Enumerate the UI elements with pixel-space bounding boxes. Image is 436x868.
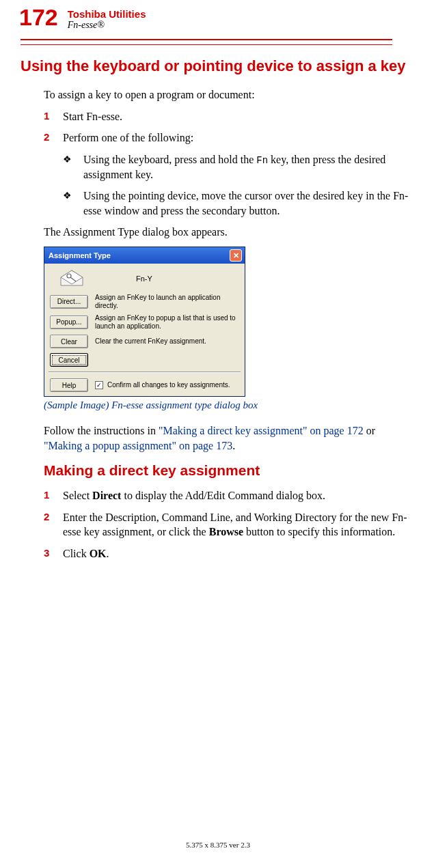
- header-subtitle: Fn-esse®: [68, 20, 146, 31]
- step-number: 2: [44, 510, 63, 540]
- popup-desc: Assign an FnKey to popup a list that is …: [95, 314, 241, 330]
- popup-button[interactable]: Popup...: [50, 316, 88, 329]
- header-rule-thin: [21, 44, 392, 45]
- follow-text: Follow the instructions in "Making a dir…: [44, 423, 409, 453]
- step-number: 1: [44, 488, 63, 503]
- step-1: 1 Start Fn-esse.: [44, 109, 409, 124]
- direct-button[interactable]: Direct...: [50, 295, 88, 309]
- key-icon: [55, 268, 88, 290]
- header-rule-thick: [21, 39, 392, 40]
- step-b2: 2 Enter the Description, Command Line, a…: [44, 510, 409, 540]
- step-number: 3: [44, 546, 63, 561]
- step-b3: 3 Click OK.: [44, 546, 409, 561]
- link-direct-assignment[interactable]: "Making a direct key assignment" on page…: [159, 425, 364, 436]
- dialog-divider: [49, 372, 241, 373]
- dialog-title: Assignment Type: [49, 251, 111, 260]
- clear-desc: Clear the current FnKey assignment.: [95, 337, 206, 346]
- link-popup-assignment[interactable]: "Making a popup assignment" on page 173: [44, 440, 232, 451]
- fn-key-label: Fn-Y: [136, 275, 152, 283]
- step-text: Select Direct to display the Add/Edit Co…: [63, 488, 325, 503]
- subsection-title: Making a direct key assignment: [44, 462, 409, 479]
- help-button[interactable]: Help: [50, 378, 88, 392]
- clear-button[interactable]: Clear: [50, 335, 88, 348]
- page-header: 172 Toshiba Utilities Fn-esse®: [0, 0, 436, 31]
- assignment-type-dialog: Assignment Type ✕ Fn-Y: [44, 247, 245, 397]
- bullet-text: Using the keyboard, press and hold the F…: [83, 152, 409, 182]
- intro-text: To assign a key to open a program or doc…: [44, 87, 409, 102]
- close-icon[interactable]: ✕: [230, 249, 242, 262]
- section-title: Using the keyboard or pointing device to…: [21, 57, 409, 75]
- footer-text: 5.375 x 8.375 ver 2.3: [0, 841, 436, 849]
- page-number: 172: [0, 5, 68, 29]
- bullet-2: ❖ Using the pointing device, move the cu…: [63, 188, 409, 218]
- header-title: Toshiba Utilities: [68, 8, 146, 20]
- step-2: 2 Perform one of the following:: [44, 130, 409, 145]
- step-number: 2: [44, 130, 63, 145]
- bullet-icon: ❖: [63, 152, 83, 182]
- bullet-text: Using the pointing device, move the curs…: [83, 188, 409, 218]
- confirm-label: Confirm all changes to key assignments.: [107, 381, 230, 389]
- step-text: Start Fn-esse.: [63, 109, 122, 124]
- direct-desc: Assign an FnKey to launch an application…: [95, 294, 241, 309]
- image-caption: (Sample Image) Fn-esse assignment type d…: [44, 400, 409, 411]
- step-text: Click OK.: [63, 546, 109, 561]
- bullet-icon: ❖: [63, 188, 83, 218]
- bullet-1: ❖ Using the keyboard, press and hold the…: [63, 152, 409, 182]
- step-number: 1: [44, 109, 63, 124]
- cancel-button[interactable]: Cancel: [50, 353, 88, 367]
- step-text: Enter the Description, Command Line, and…: [63, 510, 409, 540]
- step-text: Perform one of the following:: [63, 130, 193, 145]
- step-b1: 1 Select Direct to display the Add/Edit …: [44, 488, 409, 503]
- dialog-intro: The Assignment Type dialog box appears.: [44, 225, 409, 240]
- confirm-checkbox[interactable]: ✓: [95, 381, 103, 389]
- dialog-titlebar: Assignment Type ✕: [44, 247, 245, 264]
